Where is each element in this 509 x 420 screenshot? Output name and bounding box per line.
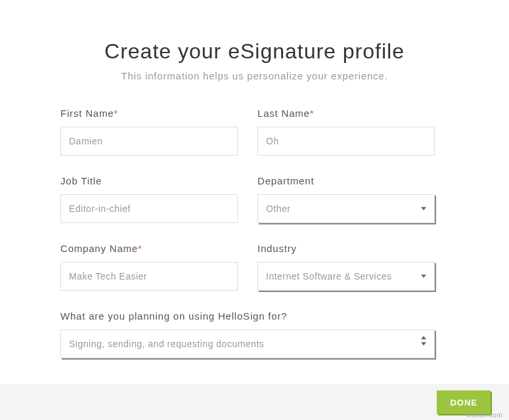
company-input[interactable] [60, 262, 238, 291]
department-field-group: Department Other [257, 175, 435, 223]
last-name-field-group: Last Name* [257, 108, 435, 156]
department-select-wrap: Other [257, 194, 435, 223]
job-title-label: Job Title [60, 175, 238, 186]
profile-form: First Name* Last Name* Job Title Departm… [60, 108, 435, 358]
usage-select-wrap: Signing, sending, and requesting documen… [60, 329, 435, 358]
footer-bar: DONE [0, 384, 509, 420]
industry-select[interactable]: Internet Software & Services [258, 262, 434, 290]
last-name-label: Last Name* [257, 108, 435, 119]
page-subtitle: This information helps us personalize yo… [0, 70, 509, 81]
industry-label: Industry [257, 243, 435, 254]
page-title: Create your eSignature profile [0, 39, 509, 64]
company-field-group: Company Name* [60, 243, 238, 291]
department-select[interactable]: Other [258, 195, 434, 222]
watermark-text: wsxdn.com [466, 411, 502, 419]
required-marker: * [310, 108, 315, 119]
company-label: Company Name* [60, 243, 238, 254]
first-name-label: First Name* [60, 108, 238, 119]
usage-field-group: What are you planning on using HelloSign… [60, 310, 435, 358]
job-title-field-group: Job Title [60, 175, 238, 223]
usage-label: What are you planning on using HelloSign… [60, 310, 435, 322]
last-name-input[interactable] [257, 127, 435, 156]
department-label: Department [257, 175, 435, 186]
industry-select-wrap: Internet Software & Services [257, 262, 435, 291]
first-name-input[interactable] [60, 127, 238, 156]
usage-select[interactable]: Signing, sending, and requesting documen… [61, 330, 434, 358]
first-name-field-group: First Name* [60, 108, 238, 156]
job-title-input[interactable] [60, 194, 238, 223]
done-button[interactable]: DONE [437, 390, 491, 414]
required-marker: * [114, 108, 118, 119]
industry-field-group: Industry Internet Software & Services [257, 243, 435, 291]
required-marker: * [138, 243, 143, 254]
